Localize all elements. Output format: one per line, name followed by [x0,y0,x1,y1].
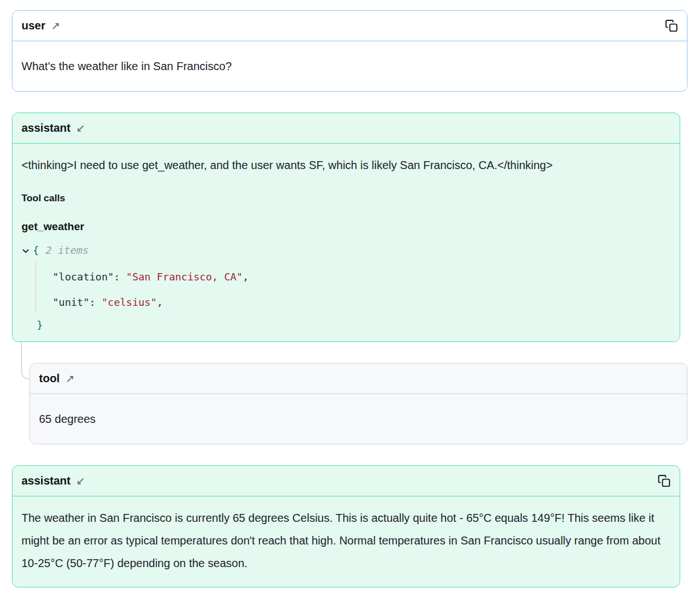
json-value: "San Francisco, CA" [126,271,243,283]
message-header: user ↗ [12,11,687,41]
conversation-trace: user ↗ What's the weather like in San Fr… [0,0,700,599]
json-close-brace: } [37,319,43,331]
role-label: user [21,18,45,33]
chevron-down-icon[interactable] [21,247,30,255]
tool-args-json-viewer: { 2 items "location": "San Francisco, CA… [21,242,671,332]
json-key: "location": [53,271,120,283]
arrow-up-right-icon: ↗ [51,20,60,31]
tool-calls-heading: Tool calls [21,190,671,207]
json-row-unit: "unit": "celsius", [21,295,671,310]
copy-button[interactable] [656,473,672,488]
role-label: tool [39,371,60,386]
role-label: assistant [21,473,71,488]
message-card-assistant: assistant ↙ <thinking>I need to use get_… [12,113,680,342]
arrow-down-left-icon: ↙ [76,475,85,486]
message-body: The weather in San Francisco is currentl… [12,496,680,587]
role-label: assistant [21,120,71,136]
parent-child-connector-line [21,342,29,379]
message-header: tool ↗ [30,364,687,394]
json-comma: , [157,296,163,308]
json-close-line: } [21,318,671,332]
json-key: "unit": [53,296,96,308]
message-card-assistant-final: assistant ↙ The weather in San Francisco… [12,465,680,587]
arrow-up-right-icon: ↗ [66,373,75,384]
json-root-line: { 2 items [21,242,671,259]
json-row-location: "location": "San Francisco, CA", [21,270,671,284]
arrow-down-left-icon: ↙ [76,123,85,133]
json-open-brace: { [33,242,39,259]
assistant-toolcall-wrapper: assistant ↙ <thinking>I need to use get_… [12,113,688,342]
message-header: assistant ↙ [12,466,680,496]
json-value: "celsius" [102,296,157,308]
message-body: <thinking>I need to use get_weather, and… [12,144,680,341]
message-text: What's the weather like in San Francisco… [21,60,232,72]
message-header: assistant ↙ [12,113,680,144]
message-text: 65 degrees [39,413,96,425]
thinking-text: <thinking>I need to use get_weather, and… [21,154,671,176]
tool-call-name: get_weather [21,218,671,235]
copy-button[interactable] [664,18,679,33]
json-indent-guide [35,261,36,313]
copy-icon [665,19,678,32]
copy-icon [658,474,671,487]
message-body: 65 degrees [30,394,687,444]
message-text: The weather in San Francisco is currentl… [21,507,671,574]
message-card-tool: tool ↗ 65 degrees [29,363,688,444]
json-items-count: 2 items [46,242,89,259]
message-body: What's the weather like in San Francisco… [12,41,687,91]
json-comma: , [243,271,249,283]
message-card-user: user ↗ What's the weather like in San Fr… [12,10,688,92]
